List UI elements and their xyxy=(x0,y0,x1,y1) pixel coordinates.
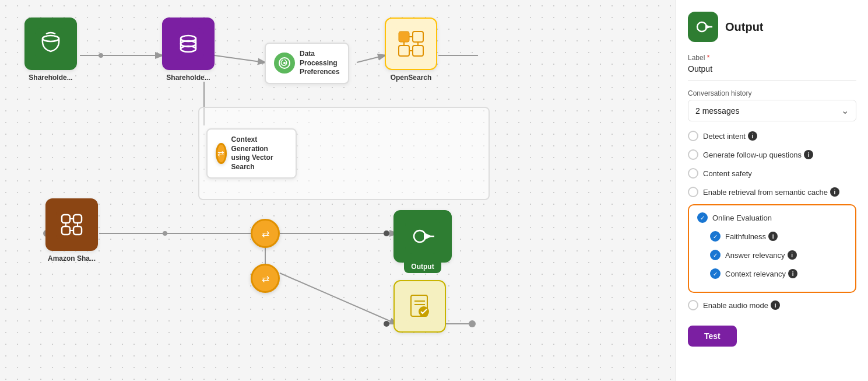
context-generation-label: Context Generation using Vector Search xyxy=(231,135,287,172)
panel-header: Output xyxy=(688,12,856,42)
node-label-shareholder-1: Shareholde... xyxy=(29,74,72,82)
faithfulness-info-icon: i xyxy=(768,232,778,241)
panel-output-icon xyxy=(688,12,718,42)
data-processing-icon xyxy=(274,53,295,74)
amazon-icon xyxy=(56,209,87,240)
node-data-processing[interactable]: Data Processing Preferences xyxy=(265,43,349,84)
database-icon xyxy=(173,28,204,60)
node-label-output: Output xyxy=(404,260,441,273)
online-eval-checkbox[interactable]: ✓ xyxy=(697,212,708,223)
answer-relevancy-checkbox[interactable]: ✓ xyxy=(710,250,721,260)
opensearch-icon xyxy=(394,27,428,61)
checkbox-generate-followup[interactable]: Generate follow-up questions i xyxy=(688,148,856,161)
node-opensearch[interactable]: OpenSearch xyxy=(385,18,437,82)
node-context-generation[interactable]: ⇄ Context Generation using Vector Search xyxy=(206,128,297,179)
generate-followup-info-icon: i xyxy=(804,150,813,159)
audio-mode-checkbox[interactable] xyxy=(688,300,698,310)
answer-relevancy-info-icon: i xyxy=(788,250,797,260)
svg-point-14 xyxy=(384,230,389,236)
context-relevancy-label: Context relevancy i xyxy=(725,269,797,278)
context-relevancy-info-icon: i xyxy=(788,269,797,278)
node-output[interactable]: Output xyxy=(393,210,452,273)
test-button[interactable]: Test xyxy=(688,326,737,347)
properties-panel: Output Label * Output Conversation histo… xyxy=(676,0,868,381)
required-marker: * xyxy=(705,54,709,62)
answer-relevancy-label: Answer relevancy i xyxy=(725,250,797,260)
detect-intent-label: Detect intent i xyxy=(703,131,757,141)
svg-rect-44 xyxy=(405,219,440,254)
node-shareholder-1[interactable]: Shareholde... xyxy=(24,18,77,82)
processing-svg xyxy=(278,57,291,69)
context-relevancy-checkbox[interactable]: ✓ xyxy=(710,268,721,279)
svg-rect-27 xyxy=(399,32,409,42)
detect-intent-checkbox[interactable] xyxy=(688,131,698,141)
checkbox-detect-intent[interactable]: Detect intent i xyxy=(688,130,856,142)
node-shareholder-2[interactable]: Shareholde... xyxy=(162,18,215,82)
node-amazon[interactable]: Amazon Sha... xyxy=(45,198,98,263)
svg-point-15 xyxy=(384,321,389,327)
node-label-shareholder-2: Shareholde... xyxy=(166,74,210,82)
svg-point-52 xyxy=(697,22,707,32)
connector-node-1[interactable]: ⇄ xyxy=(251,219,280,248)
node-label-opensearch: OpenSearch xyxy=(391,74,432,82)
label-field-label: Label * xyxy=(688,54,856,62)
output-panel-svg xyxy=(693,16,714,37)
checkbox-audio-mode[interactable]: Enable audio mode i xyxy=(688,299,856,312)
detect-intent-info-icon: i xyxy=(748,131,757,141)
svg-point-25 xyxy=(283,62,286,64)
workflow-canvas: Shareholde... Shareholde... Data Process… xyxy=(0,0,676,381)
svg-rect-18 xyxy=(173,28,204,60)
node-evaluation[interactable] xyxy=(393,280,446,336)
conversation-history-select[interactable]: 2 messages ⌄ xyxy=(688,100,856,121)
audio-mode-label: Enable audio mode i xyxy=(703,300,780,310)
conversation-history-value: 2 messages xyxy=(695,106,739,116)
evaluation-icon xyxy=(404,291,435,322)
enable-retrieval-checkbox[interactable] xyxy=(688,187,698,197)
online-eval-label: Online Evaluation xyxy=(712,214,772,222)
generate-followup-label: Generate follow-up questions i xyxy=(703,150,813,159)
checkbox-enable-retrieval[interactable]: Enable retrieval from semantic cache i xyxy=(688,186,856,198)
checkbox-content-safety[interactable]: Content safety xyxy=(688,167,856,180)
checkbox-context-relevancy[interactable]: ✓ Context relevancy i xyxy=(697,267,847,280)
svg-rect-35 xyxy=(56,209,87,240)
label-field-value: Output xyxy=(688,64,856,81)
svg-point-13 xyxy=(163,231,167,236)
audio-mode-info-icon: i xyxy=(771,300,780,310)
checkbox-faithfulness[interactable]: ✓ Faithfulness i xyxy=(697,230,847,243)
faithfulness-label: Faithfulness i xyxy=(725,232,778,241)
content-safety-label: Content safety xyxy=(703,169,752,178)
bucket-icon xyxy=(35,28,66,60)
enable-retrieval-label: Enable retrieval from semantic cache i xyxy=(703,187,839,197)
checkbox-answer-relevancy[interactable]: ✓ Answer relevancy i xyxy=(697,249,847,261)
node-label-amazon: Amazon Sha... xyxy=(48,254,96,263)
enable-retrieval-info-icon: i xyxy=(830,187,839,197)
checkbox-online-eval[interactable]: ✓ Online Evaluation xyxy=(697,211,847,224)
context-connector-icon: ⇄ xyxy=(216,143,227,164)
conversation-history-label: Conversation history xyxy=(688,89,856,97)
output-node-icon xyxy=(405,219,440,254)
faithfulness-checkbox[interactable]: ✓ xyxy=(710,231,721,242)
chevron-down-icon: ⌄ xyxy=(841,105,849,116)
data-processing-label: Data Processing Preferences xyxy=(300,50,340,77)
svg-line-8 xyxy=(280,273,396,324)
panel-title: Output xyxy=(725,20,764,34)
content-safety-checkbox[interactable] xyxy=(688,168,698,179)
svg-point-12 xyxy=(99,53,103,58)
svg-line-2 xyxy=(357,55,385,62)
svg-line-1 xyxy=(215,55,265,62)
online-evaluation-section: ✓ Online Evaluation ✓ Faithfulness i ✓ A… xyxy=(688,204,856,293)
connector-node-2[interactable]: ⇄ xyxy=(251,264,280,293)
generate-followup-checkbox[interactable] xyxy=(688,149,698,160)
